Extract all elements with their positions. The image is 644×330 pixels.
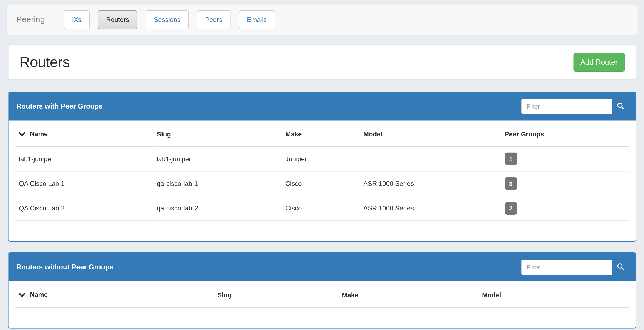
- routers-with-peer-groups-panel: Routers with Peer Groups: [8, 92, 636, 242]
- cell-name: QA Cisco Lab 1: [15, 171, 153, 196]
- search-button[interactable]: [611, 98, 629, 114]
- panel-title: Routers without Peer Groups: [16, 263, 113, 271]
- filter-group: [521, 259, 629, 275]
- filter-input[interactable]: [521, 98, 611, 114]
- panel-body: Name Slug Make Model Peer Groups lab1-ju…: [9, 121, 636, 241]
- search-icon: [616, 263, 624, 272]
- cell-name: QA Cisco Lab 2: [15, 196, 153, 221]
- panel-heading: Routers without Peer Groups: [9, 253, 636, 281]
- filter-input[interactable]: [521, 259, 611, 275]
- search-icon: [616, 102, 624, 111]
- peer-groups-badge: 2: [505, 202, 517, 215]
- column-header-name[interactable]: Name: [15, 121, 153, 147]
- nav-item-emails[interactable]: Emails: [239, 10, 275, 29]
- cell-make: Cisco: [281, 196, 359, 221]
- cell-peer-groups: 2: [501, 196, 629, 221]
- add-router-button[interactable]: Add Router: [573, 53, 625, 72]
- cell-peer-groups: 1: [501, 146, 629, 171]
- table-row: lab1-juniper lab1-juniper Juniper 1: [15, 146, 629, 171]
- filter-group: [521, 98, 629, 114]
- app-brand: Peering: [16, 15, 45, 24]
- cell-model: ASR 1000 Series: [359, 171, 501, 196]
- page-header-panel: Routers Add Router: [8, 44, 636, 80]
- column-header-make[interactable]: Make: [281, 121, 359, 147]
- panel-body: Name Slug Make Model: [9, 281, 636, 328]
- peer-groups-badge: 1: [505, 153, 517, 166]
- panel-title: Routers with Peer Groups: [16, 102, 103, 110]
- chevron-down-icon: [19, 292, 27, 299]
- routers-without-peer-groups-panel: Routers without Peer Groups: [8, 252, 636, 329]
- nav-button-group: IXs Routers Sessions Peers Emails: [64, 10, 275, 29]
- column-header-make[interactable]: Make: [338, 281, 478, 307]
- column-header-model[interactable]: Model: [478, 281, 629, 307]
- nav-item-routers[interactable]: Routers: [98, 10, 137, 29]
- cell-peer-groups: 3: [501, 171, 629, 196]
- routers-without-peer-groups-table: Name Slug Make Model: [15, 281, 629, 308]
- cell-slug: qa-cisco-lab-2: [153, 196, 281, 221]
- peering-app: Peering IXs Routers Sessions Peers Email…: [0, 4, 644, 330]
- peer-groups-badge: 3: [505, 177, 517, 190]
- chevron-down-icon: [19, 131, 27, 138]
- page-title: Routers: [19, 53, 70, 71]
- nav-item-ixs[interactable]: IXs: [64, 10, 90, 29]
- table-header-row: Name Slug Make Model: [15, 281, 629, 307]
- cell-slug: qa-cisco-lab-1: [153, 171, 281, 196]
- panel-heading: Routers with Peer Groups: [9, 92, 636, 121]
- cell-name: lab1-juniper: [15, 146, 153, 171]
- top-navbar: Peering IXs Routers Sessions Peers Email…: [6, 4, 638, 35]
- table-header-row: Name Slug Make Model Peer Groups: [15, 121, 629, 147]
- nav-item-sessions[interactable]: Sessions: [146, 10, 189, 29]
- column-header-name[interactable]: Name: [15, 281, 213, 307]
- search-button[interactable]: [611, 259, 629, 275]
- column-header-slug[interactable]: Slug: [213, 281, 338, 307]
- cell-make: Juniper: [281, 146, 359, 171]
- cell-slug: lab1-juniper: [153, 146, 281, 171]
- cell-make: Cisco: [281, 171, 359, 196]
- routers-with-peer-groups-table: Name Slug Make Model Peer Groups lab1-ju…: [15, 121, 629, 221]
- column-header-slug[interactable]: Slug: [153, 121, 281, 147]
- table-row: QA Cisco Lab 1 qa-cisco-lab-1 Cisco ASR …: [15, 171, 629, 196]
- table-row: QA Cisco Lab 2 qa-cisco-lab-2 Cisco ASR …: [15, 196, 629, 221]
- nav-item-peers[interactable]: Peers: [197, 10, 231, 29]
- cell-model: ASR 1000 Series: [359, 196, 501, 221]
- column-header-peer-groups[interactable]: Peer Groups: [501, 121, 629, 147]
- cell-model: [359, 146, 501, 171]
- column-header-model[interactable]: Model: [359, 121, 501, 147]
